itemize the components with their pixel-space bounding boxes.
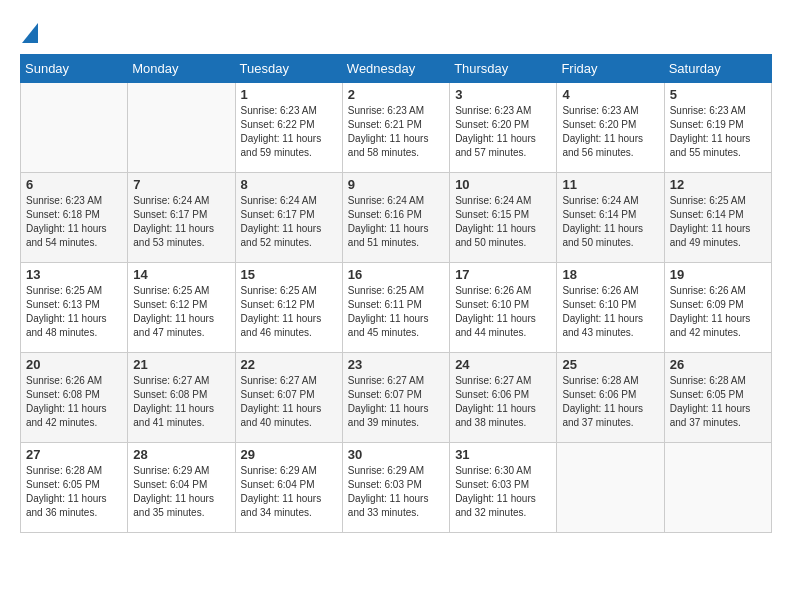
calendar-week-1: 1Sunrise: 6:23 AM Sunset: 6:22 PM Daylig… [21, 83, 772, 173]
day-info: Sunrise: 6:23 AM Sunset: 6:19 PM Dayligh… [670, 104, 766, 160]
calendar-cell: 9Sunrise: 6:24 AM Sunset: 6:16 PM Daylig… [342, 173, 449, 263]
calendar-week-3: 13Sunrise: 6:25 AM Sunset: 6:13 PM Dayli… [21, 263, 772, 353]
calendar-cell [557, 443, 664, 533]
calendar-cell: 1Sunrise: 6:23 AM Sunset: 6:22 PM Daylig… [235, 83, 342, 173]
calendar-header-row: SundayMondayTuesdayWednesdayThursdayFrid… [21, 55, 772, 83]
calendar-cell [128, 83, 235, 173]
day-number: 14 [133, 267, 229, 282]
svg-marker-0 [22, 23, 38, 43]
day-number: 26 [670, 357, 766, 372]
calendar-cell: 30Sunrise: 6:29 AM Sunset: 6:03 PM Dayli… [342, 443, 449, 533]
day-number: 25 [562, 357, 658, 372]
day-number: 30 [348, 447, 444, 462]
calendar-cell: 13Sunrise: 6:25 AM Sunset: 6:13 PM Dayli… [21, 263, 128, 353]
day-number: 13 [26, 267, 122, 282]
calendar-cell: 19Sunrise: 6:26 AM Sunset: 6:09 PM Dayli… [664, 263, 771, 353]
logo-triangle-icon [22, 23, 38, 43]
day-info: Sunrise: 6:25 AM Sunset: 6:14 PM Dayligh… [670, 194, 766, 250]
calendar-cell: 22Sunrise: 6:27 AM Sunset: 6:07 PM Dayli… [235, 353, 342, 443]
day-number: 8 [241, 177, 337, 192]
day-info: Sunrise: 6:28 AM Sunset: 6:06 PM Dayligh… [562, 374, 658, 430]
day-number: 24 [455, 357, 551, 372]
day-info: Sunrise: 6:24 AM Sunset: 6:14 PM Dayligh… [562, 194, 658, 250]
weekday-header-thursday: Thursday [450, 55, 557, 83]
day-info: Sunrise: 6:24 AM Sunset: 6:16 PM Dayligh… [348, 194, 444, 250]
weekday-header-sunday: Sunday [21, 55, 128, 83]
day-number: 19 [670, 267, 766, 282]
calendar-cell: 15Sunrise: 6:25 AM Sunset: 6:12 PM Dayli… [235, 263, 342, 353]
day-info: Sunrise: 6:29 AM Sunset: 6:04 PM Dayligh… [133, 464, 229, 520]
calendar-cell: 20Sunrise: 6:26 AM Sunset: 6:08 PM Dayli… [21, 353, 128, 443]
day-info: Sunrise: 6:27 AM Sunset: 6:07 PM Dayligh… [241, 374, 337, 430]
calendar-cell: 14Sunrise: 6:25 AM Sunset: 6:12 PM Dayli… [128, 263, 235, 353]
calendar-week-4: 20Sunrise: 6:26 AM Sunset: 6:08 PM Dayli… [21, 353, 772, 443]
calendar-cell: 16Sunrise: 6:25 AM Sunset: 6:11 PM Dayli… [342, 263, 449, 353]
calendar-cell: 25Sunrise: 6:28 AM Sunset: 6:06 PM Dayli… [557, 353, 664, 443]
calendar-cell: 18Sunrise: 6:26 AM Sunset: 6:10 PM Dayli… [557, 263, 664, 353]
day-number: 16 [348, 267, 444, 282]
calendar-cell: 21Sunrise: 6:27 AM Sunset: 6:08 PM Dayli… [128, 353, 235, 443]
page-header [20, 20, 772, 44]
day-number: 4 [562, 87, 658, 102]
day-number: 20 [26, 357, 122, 372]
logo [20, 20, 38, 44]
day-info: Sunrise: 6:28 AM Sunset: 6:05 PM Dayligh… [26, 464, 122, 520]
day-info: Sunrise: 6:23 AM Sunset: 6:20 PM Dayligh… [455, 104, 551, 160]
calendar-cell: 2Sunrise: 6:23 AM Sunset: 6:21 PM Daylig… [342, 83, 449, 173]
day-info: Sunrise: 6:26 AM Sunset: 6:08 PM Dayligh… [26, 374, 122, 430]
calendar-cell: 5Sunrise: 6:23 AM Sunset: 6:19 PM Daylig… [664, 83, 771, 173]
day-number: 6 [26, 177, 122, 192]
day-number: 18 [562, 267, 658, 282]
day-info: Sunrise: 6:30 AM Sunset: 6:03 PM Dayligh… [455, 464, 551, 520]
weekday-header-friday: Friday [557, 55, 664, 83]
day-info: Sunrise: 6:29 AM Sunset: 6:03 PM Dayligh… [348, 464, 444, 520]
day-info: Sunrise: 6:25 AM Sunset: 6:11 PM Dayligh… [348, 284, 444, 340]
calendar-cell: 11Sunrise: 6:24 AM Sunset: 6:14 PM Dayli… [557, 173, 664, 263]
day-number: 9 [348, 177, 444, 192]
calendar-cell: 29Sunrise: 6:29 AM Sunset: 6:04 PM Dayli… [235, 443, 342, 533]
logo-text [20, 20, 38, 44]
calendar-cell: 31Sunrise: 6:30 AM Sunset: 6:03 PM Dayli… [450, 443, 557, 533]
day-info: Sunrise: 6:25 AM Sunset: 6:13 PM Dayligh… [26, 284, 122, 340]
day-number: 27 [26, 447, 122, 462]
day-number: 10 [455, 177, 551, 192]
weekday-header-wednesday: Wednesday [342, 55, 449, 83]
calendar-cell: 3Sunrise: 6:23 AM Sunset: 6:20 PM Daylig… [450, 83, 557, 173]
calendar-cell: 24Sunrise: 6:27 AM Sunset: 6:06 PM Dayli… [450, 353, 557, 443]
day-info: Sunrise: 6:27 AM Sunset: 6:07 PM Dayligh… [348, 374, 444, 430]
calendar-cell: 8Sunrise: 6:24 AM Sunset: 6:17 PM Daylig… [235, 173, 342, 263]
day-info: Sunrise: 6:23 AM Sunset: 6:20 PM Dayligh… [562, 104, 658, 160]
day-number: 17 [455, 267, 551, 282]
day-number: 1 [241, 87, 337, 102]
weekday-header-monday: Monday [128, 55, 235, 83]
day-info: Sunrise: 6:24 AM Sunset: 6:15 PM Dayligh… [455, 194, 551, 250]
calendar-cell: 23Sunrise: 6:27 AM Sunset: 6:07 PM Dayli… [342, 353, 449, 443]
day-info: Sunrise: 6:25 AM Sunset: 6:12 PM Dayligh… [241, 284, 337, 340]
day-number: 15 [241, 267, 337, 282]
calendar-cell: 27Sunrise: 6:28 AM Sunset: 6:05 PM Dayli… [21, 443, 128, 533]
weekday-header-saturday: Saturday [664, 55, 771, 83]
calendar-table: SundayMondayTuesdayWednesdayThursdayFrid… [20, 54, 772, 533]
day-number: 31 [455, 447, 551, 462]
day-info: Sunrise: 6:24 AM Sunset: 6:17 PM Dayligh… [133, 194, 229, 250]
calendar-cell: 26Sunrise: 6:28 AM Sunset: 6:05 PM Dayli… [664, 353, 771, 443]
day-number: 3 [455, 87, 551, 102]
day-info: Sunrise: 6:25 AM Sunset: 6:12 PM Dayligh… [133, 284, 229, 340]
calendar-cell: 6Sunrise: 6:23 AM Sunset: 6:18 PM Daylig… [21, 173, 128, 263]
day-number: 28 [133, 447, 229, 462]
day-number: 21 [133, 357, 229, 372]
calendar-cell [21, 83, 128, 173]
day-info: Sunrise: 6:23 AM Sunset: 6:18 PM Dayligh… [26, 194, 122, 250]
day-info: Sunrise: 6:23 AM Sunset: 6:22 PM Dayligh… [241, 104, 337, 160]
day-number: 7 [133, 177, 229, 192]
calendar-week-5: 27Sunrise: 6:28 AM Sunset: 6:05 PM Dayli… [21, 443, 772, 533]
day-number: 23 [348, 357, 444, 372]
day-number: 29 [241, 447, 337, 462]
day-info: Sunrise: 6:27 AM Sunset: 6:08 PM Dayligh… [133, 374, 229, 430]
calendar-cell: 4Sunrise: 6:23 AM Sunset: 6:20 PM Daylig… [557, 83, 664, 173]
day-number: 2 [348, 87, 444, 102]
calendar-cell: 10Sunrise: 6:24 AM Sunset: 6:15 PM Dayli… [450, 173, 557, 263]
calendar-cell: 12Sunrise: 6:25 AM Sunset: 6:14 PM Dayli… [664, 173, 771, 263]
calendar-cell: 17Sunrise: 6:26 AM Sunset: 6:10 PM Dayli… [450, 263, 557, 353]
day-number: 22 [241, 357, 337, 372]
